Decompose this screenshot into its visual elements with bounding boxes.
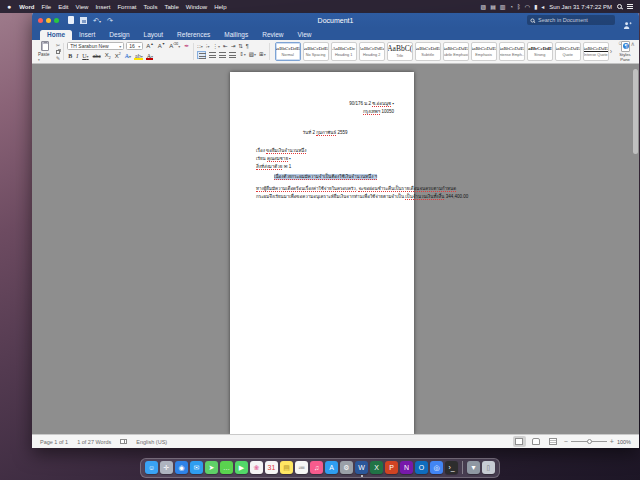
share-icon[interactable] — [623, 16, 632, 34]
zoom-slider[interactable] — [571, 441, 607, 442]
dock-icon-safari[interactable]: ◉ — [175, 461, 188, 474]
italic-button[interactable]: I — [75, 53, 79, 59]
doc-text-segment[interactable]: ✉ 1 — [282, 164, 291, 169]
notification-center-icon[interactable] — [627, 4, 633, 9]
style-chip-quote[interactable]: AaBbCcDdEeQuote — [555, 42, 581, 61]
save-icon[interactable] — [80, 17, 87, 24]
doc-line[interactable]: เรียน คุณสมชาย ▪ — [256, 155, 394, 163]
dock-icon-outlook[interactable]: O — [415, 461, 428, 474]
tab-view[interactable]: View — [291, 30, 319, 41]
doc-text-segment[interactable]: 2559 — [336, 130, 347, 135]
dock-icon-trash[interactable]: ▯ — [482, 461, 495, 474]
highlight-color-icon[interactable]: ab▾ — [134, 53, 144, 59]
redo-icon[interactable]: ↷ — [107, 17, 113, 24]
justify-button[interactable] — [229, 52, 236, 58]
menu-item-window[interactable]: Window — [186, 4, 207, 10]
tab-home[interactable]: Home — [40, 30, 72, 41]
phonetic-guide-icon[interactable]: ✒ — [183, 43, 190, 49]
style-chip-heading-2[interactable]: AaBbCcDdEeHeading 2 — [359, 42, 385, 61]
style-chip-intense-emph-[interactable]: AaBbCcDdEeIntense Emph... — [499, 42, 525, 61]
align-right-button[interactable] — [219, 52, 226, 58]
dock-icon-excel[interactable]: X — [370, 461, 383, 474]
tab-review[interactable]: Review — [255, 30, 290, 41]
doc-text-segment[interactable]: สิ่งที่ส่งมาด้วย — [256, 164, 282, 170]
doc-text-segment[interactable]: ขอยืมเงินจำนวนหนึ่ง — [266, 148, 306, 154]
dock-icon-launchpad[interactable]: ✛ — [160, 461, 173, 474]
dock-icon-word[interactable]: W — [355, 461, 368, 474]
tab-design[interactable]: Design — [102, 30, 136, 41]
word-count-status[interactable]: 1 of 27 Words — [77, 439, 111, 445]
menu-item-help[interactable]: Help — [214, 4, 226, 10]
menu-item-insert[interactable]: Insert — [95, 4, 110, 10]
line-spacing-icon[interactable]: ⇕▾ — [239, 52, 246, 58]
tab-insert[interactable]: Insert — [72, 30, 102, 41]
menu-bar-clock[interactable]: Sun Jan 31 7:47:22 PM — [549, 4, 612, 10]
dock-icon-terminal[interactable]: ›_ — [445, 461, 458, 474]
multilevel-list-icon[interactable]: ⋮▾ — [213, 44, 221, 50]
style-chip-subtitle[interactable]: AaBbCcDdEeSubtitle — [415, 42, 441, 61]
language-status[interactable]: English (US) — [136, 439, 167, 445]
doc-line[interactable]: วันที่ 2 กุมภาพันธ์ 2559 — [256, 129, 394, 137]
sort-icon[interactable]: ⇅ — [238, 44, 243, 50]
doc-text-segment[interactable]: 90/176 ม.2 — [349, 101, 372, 106]
style-chip-normal[interactable]: AaBbCcDdEeNormal — [275, 42, 301, 61]
increase-indent-icon[interactable]: ⇥ — [231, 44, 236, 50]
doc-text-segment[interactable]: ทางผู้ยืมมีความเดือดร้อนเรื่องค่าใช้จ่าย… — [256, 186, 356, 192]
align-center-button[interactable] — [209, 52, 216, 58]
doc-text-segment[interactable]: วันที่ 2 — [303, 130, 317, 135]
style-chip-heading-1[interactable]: AaBbCcDcHeading 1 — [331, 42, 357, 61]
paste-button[interactable]: Paste ▾ — [36, 41, 54, 62]
undo-icon[interactable]: ↶▾ — [93, 17, 101, 24]
decrease-indent-icon[interactable]: ⇤ — [223, 44, 228, 50]
search-in-document-field[interactable]: Search in Document — [527, 15, 615, 25]
doc-line[interactable]: กระผมจึงเรียนมาเพื่อขอความอนุเคราะห์ยืมเ… — [256, 193, 394, 201]
bullets-icon[interactable]: ∷▾ — [197, 44, 203, 50]
doc-text-segment[interactable]: เป็นจำนวนเงินทั้งสิ้น — [405, 194, 444, 200]
zoom-out-icon[interactable]: − — [564, 438, 568, 445]
dock-icon-app-store[interactable]: A — [325, 461, 338, 474]
subscript-button[interactable]: X2 — [104, 52, 112, 61]
copy-icon[interactable] — [56, 50, 60, 54]
doc-text-segment[interactable]: 10050 — [380, 109, 394, 114]
dock-icon-messages[interactable]: … — [220, 461, 233, 474]
menu-item-format[interactable]: Format — [117, 4, 136, 10]
dock-icon-itunes[interactable]: ♫ — [310, 461, 323, 474]
proofing-book-icon[interactable] — [120, 439, 127, 444]
app-status-icon-3[interactable]: ▥ — [500, 4, 506, 10]
minimize-window-button[interactable] — [46, 18, 51, 23]
doc-text-segment[interactable]: เรียน — [256, 156, 267, 161]
new-document-icon[interactable] — [68, 16, 74, 24]
wifi-icon[interactable]: ◠ — [525, 4, 530, 10]
dock-icon-reminders[interactable]: ≔ — [295, 461, 308, 474]
doc-line[interactable]: กรุงเทพฯ 10050 — [256, 108, 394, 116]
outline-view-button[interactable] — [547, 436, 560, 447]
menu-item-table[interactable]: Table — [164, 4, 178, 10]
superscript-button[interactable]: X2 — [114, 53, 122, 59]
dock-icon-calendar[interactable]: 31 — [265, 461, 278, 474]
doc-text-segment[interactable]: กระผมจึงเรียนมาเพื่อขอความอนุเคราะห์ยืมเ… — [256, 194, 405, 199]
dock-icon-photos[interactable]: ❀ — [250, 461, 263, 474]
format-painter-icon[interactable]: ✎ — [56, 55, 60, 61]
dock-icon-maps[interactable]: ➤ — [205, 461, 218, 474]
clear-formatting-icon[interactable]: A⌫▾ — [168, 43, 181, 49]
bluetooth-icon[interactable]: ᛒ — [517, 4, 521, 10]
style-chip-emphasis[interactable]: AaBbCcDdEeEmphasis — [471, 42, 497, 61]
app-status-icon-2[interactable]: ▤ — [490, 4, 496, 10]
apple-menu-icon[interactable]: ● — [7, 3, 11, 10]
bold-button[interactable]: B — [67, 53, 73, 59]
dock-icon-system-preferences[interactable]: ⚙ — [340, 461, 353, 474]
doc-text-segment[interactable]: ▪ — [391, 101, 394, 106]
spotlight-icon[interactable] — [617, 4, 622, 9]
dock-icon-mail[interactable]: ✉ — [190, 461, 203, 474]
dock-icon-onenote[interactable]: N — [400, 461, 413, 474]
zoom-window-button[interactable] — [54, 18, 59, 23]
app-status-icon-1[interactable]: ▨ — [480, 4, 486, 10]
dock-icon-finder[interactable]: ☺ — [145, 461, 158, 474]
doc-text-segment[interactable]: กุมภาพันธ์ — [316, 130, 336, 136]
menu-item-tools[interactable]: Tools — [143, 4, 157, 10]
dock-icon-chrome[interactable]: ◎ — [430, 461, 443, 474]
menu-item-edit[interactable]: Edit — [58, 4, 68, 10]
style-chip-intense-quote[interactable]: AaBbCcDdEeIntense Quote — [583, 42, 609, 61]
doc-text-segment[interactable]: คุณสมชาย — [267, 156, 288, 162]
doc-line[interactable]: เนื่องด้วยกระผมมีความจำเป็นต้องใช้เงินจำ… — [256, 173, 394, 181]
